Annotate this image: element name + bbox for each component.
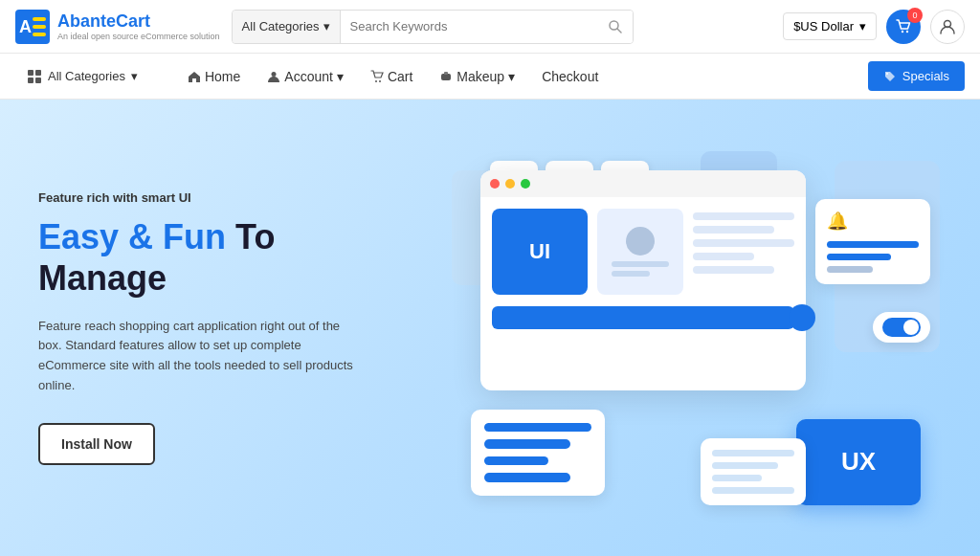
category-label: All Categories — [242, 19, 320, 33]
content-line-2 — [693, 226, 774, 234]
chevron-down-icon: ▾ — [131, 69, 138, 83]
hero-title: Easy & Fun ToManage — [38, 216, 364, 299]
nav-label-makeup: Makeup — [457, 69, 504, 84]
top-bar: A AbanteCart An ideal open source eComme… — [0, 0, 980, 54]
svg-rect-17 — [441, 74, 451, 80]
grid-icon — [27, 69, 42, 84]
hero-description: Feature reach shopping cart application … — [38, 317, 364, 396]
svg-point-16 — [379, 80, 381, 82]
install-now-button[interactable]: Install Now — [38, 423, 155, 465]
content-line-4 — [693, 253, 754, 260]
nav-label-cart: Cart — [388, 69, 412, 84]
browser-action-bar — [492, 306, 794, 329]
nav-bar: All Categories ▾ Home Account ▾ Cart — [0, 54, 980, 100]
lock-icon: 🔔 — [827, 211, 919, 232]
all-categories-button[interactable]: All Categories ▾ — [15, 61, 149, 92]
wl-2 — [712, 462, 778, 469]
logo-subtitle: An ideal open source eCommerce solution — [57, 32, 220, 41]
nav-item-makeup[interactable]: Makeup ▾ — [428, 61, 526, 92]
svg-point-15 — [375, 80, 377, 82]
logo: A AbanteCart An ideal open source eComme… — [15, 10, 220, 44]
hero-section: Feature rich with smart UI Easy & Fun To… — [0, 100, 980, 556]
minimize-dot — [505, 179, 515, 189]
card-line-2 — [484, 439, 570, 449]
svg-rect-3 — [33, 25, 46, 29]
cart-badge: 0 — [907, 8, 923, 23]
card-line-4 — [484, 473, 570, 482]
card-line-1 — [484, 423, 591, 433]
search-icon — [608, 19, 623, 34]
content-line-5 — [693, 266, 774, 274]
profile-line-2 — [612, 271, 650, 277]
toggle-card — [873, 312, 930, 343]
svg-point-7 — [902, 30, 903, 32]
svg-rect-11 — [35, 70, 41, 76]
category-dropdown[interactable]: All Categories ▾ — [233, 11, 341, 43]
chevron-down-icon: ▾ — [323, 19, 330, 33]
ui-block: UI — [492, 209, 588, 295]
profile-lines — [612, 261, 669, 277]
nav-label-account: Account — [284, 69, 333, 84]
profile-line-1 — [612, 261, 669, 267]
ux-label: UX — [841, 447, 876, 477]
nav-items: Home Account ▾ Cart Makeup ▾ — [176, 61, 864, 92]
svg-point-14 — [272, 72, 277, 77]
all-categories-label: All Categories — [48, 69, 125, 83]
nav-item-checkout[interactable]: Checkout — [530, 61, 610, 92]
avatar-placeholder — [626, 227, 655, 256]
content-line-1 — [693, 212, 794, 220]
wl-1 — [712, 450, 794, 456]
cart-icon — [370, 70, 384, 83]
logo-title: AbanteCart — [57, 11, 220, 32]
hero-content: Feature rich with smart UI Easy & Fun To… — [0, 100, 402, 556]
notif-line-3 — [827, 266, 873, 273]
currency-selector[interactable]: $US Dollar ▾ — [783, 12, 877, 40]
currency-label: $US Dollar — [793, 19, 854, 33]
nav-item-account[interactable]: Account ▾ — [256, 61, 355, 92]
svg-rect-12 — [28, 78, 33, 83]
nav-label-checkout: Checkout — [542, 69, 598, 84]
content-line-3 — [693, 239, 794, 247]
text-lines-card — [471, 410, 605, 496]
hero-tagline: Feature rich with smart UI — [38, 190, 364, 205]
nav-label-home: Home — [205, 69, 240, 84]
specials-button[interactable]: Specials — [868, 61, 965, 91]
ui-label: UI — [529, 239, 550, 264]
wl-4 — [712, 487, 794, 494]
search-button[interactable] — [598, 11, 633, 43]
svg-rect-18 — [444, 72, 448, 75]
user-icon — [939, 18, 956, 35]
notification-card: 🔔 — [815, 199, 930, 284]
cart-button[interactable]: 0 — [886, 10, 921, 44]
toggle-thumb — [903, 320, 919, 335]
toggle-track — [882, 318, 921, 337]
notif-line-1 — [827, 241, 919, 248]
ux-block: UX — [796, 419, 921, 505]
white-lines-card — [701, 438, 806, 505]
makeup-icon — [439, 70, 453, 83]
search-input[interactable] — [341, 11, 598, 43]
hero-illustration: UI — [402, 100, 980, 556]
browser-titlebar — [480, 170, 806, 197]
close-dot — [490, 179, 500, 189]
chevron-down-icon: ▾ — [508, 69, 515, 84]
hero-title-highlight: Easy & Fun — [38, 217, 226, 256]
top-right-actions: $US Dollar ▾ 0 — [783, 10, 965, 44]
logo-text: AbanteCart An ideal open source eCommerc… — [57, 11, 220, 41]
nav-item-cart[interactable]: Cart — [359, 61, 424, 92]
logo-icon: A — [15, 10, 50, 44]
svg-rect-10 — [28, 70, 33, 76]
svg-line-6 — [617, 29, 621, 33]
tag-icon — [883, 70, 897, 83]
search-bar: All Categories ▾ — [232, 10, 634, 44]
home-icon — [188, 70, 201, 83]
svg-rect-13 — [35, 78, 41, 83]
user-account-button[interactable] — [930, 10, 965, 44]
chevron-down-icon: ▾ — [337, 69, 344, 84]
nav-item-home[interactable]: Home — [176, 61, 252, 92]
svg-rect-4 — [33, 33, 46, 36]
browser-content: UI — [480, 197, 806, 306]
svg-point-19 — [886, 73, 888, 75]
content-lines — [693, 209, 794, 295]
browser-card: UI — [480, 170, 806, 390]
